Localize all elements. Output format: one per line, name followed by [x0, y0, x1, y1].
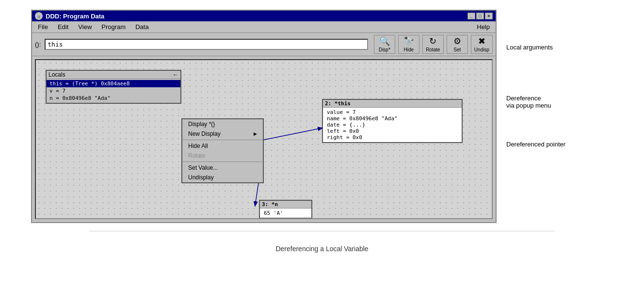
title-bar: ☼ DDD: Program Data _ □ ×: [32, 11, 496, 21]
disp-button[interactable]: 🔍 Disp*: [374, 35, 395, 54]
set-button[interactable]: ⚙ Set: [447, 35, 468, 54]
menu-file[interactable]: File: [34, 22, 52, 32]
toolbar-buttons: 🔍 Disp* 🔭 Hide ↻ Rotate ⚙ Set: [374, 35, 493, 54]
locals-title-text: Locals: [48, 71, 65, 78]
locals-row-0[interactable]: this = (Tree *) 0x804aee8: [47, 80, 180, 87]
rotate-button[interactable]: ↻ Rotate: [422, 35, 444, 54]
disp-label: Disp*: [379, 47, 390, 52]
annotations-panel: Local arguments Dereferencevia popup men…: [506, 10, 613, 204]
display-box-n-line-0: 65 'A': [264, 210, 307, 216]
disp-icon: 🔍: [379, 36, 390, 47]
page-caption: Dereferencing a Local Variable: [275, 245, 368, 253]
set-label: Set: [453, 47, 461, 52]
ctx-menu-item-display[interactable]: Display *(): [182, 119, 263, 129]
ctx-separator-2: [182, 161, 263, 162]
display-box-this-title: 2: *this: [323, 100, 462, 108]
locals-box: Locals ← this = (Tree *) 0x804aee8 v = 7…: [46, 70, 181, 104]
hide-label: Hide: [404, 47, 414, 52]
window-title: DDD: Program Data: [46, 13, 104, 20]
menu-program[interactable]: Program: [97, 22, 129, 32]
expr-input[interactable]: [45, 39, 368, 50]
ctx-menu-item-undisplay[interactable]: Undisplay: [182, 173, 263, 182]
toolbar: (): 🔍 Disp* 🔭 Hide ↻ Rotate: [32, 33, 496, 56]
ctx-separator-1: [182, 140, 263, 140]
locals-row-1[interactable]: v = 7: [47, 87, 180, 95]
display-box-this: 2: *this value = 7 name = 0x80496e8 "Ada…: [322, 99, 463, 143]
annotation-deref-pointer: Dereferenced pointer: [506, 141, 565, 148]
locals-arrow: ←: [173, 71, 178, 78]
set-icon: ⚙: [453, 36, 461, 47]
undisp-label: Undisp: [474, 47, 489, 52]
ctx-menu-item-hideall[interactable]: Hide All: [182, 141, 263, 151]
locals-row-2-text: n = 0x80496e8 "Ada": [49, 95, 111, 101]
locals-row-2[interactable]: n = 0x80496e8 "Ada": [47, 95, 180, 102]
main-window: ☼ DDD: Program Data _ □ × File Edit View…: [31, 10, 497, 223]
display-box-this-content: value = 7 name = 0x80496e8 "Ada" date = …: [323, 108, 462, 142]
display-box-n-content: 65 'A': [260, 209, 311, 218]
expr-label: ():: [35, 41, 41, 48]
title-bar-buttons: _ □ ×: [467, 13, 493, 19]
display-box-this-line-4: right = 0x0: [327, 134, 458, 141]
menu-data[interactable]: Data: [131, 22, 152, 32]
canvas-area[interactable]: Locals ← this = (Tree *) 0x804aee8 v = 7…: [35, 59, 493, 219]
menu-help[interactable]: Help: [473, 22, 494, 32]
locals-row-0-text: this = (Tree *) 0x804aee8: [49, 80, 130, 87]
display-box-this-line-3: left = 0x0: [327, 128, 458, 134]
ctx-menu-item-setvalue[interactable]: Set Value...: [182, 163, 263, 173]
close-button[interactable]: ×: [485, 13, 493, 19]
menu-bar: File Edit View Program Data Help: [32, 21, 496, 33]
menu-edit[interactable]: Edit: [54, 22, 72, 32]
hide-icon: 🔭: [403, 36, 414, 47]
display-box-this-line-0: value = 7: [327, 109, 458, 115]
locals-content: this = (Tree *) 0x804aee8 v = 7 n = 0x80…: [47, 79, 180, 103]
display-box-this-line-2: date = {...}: [327, 122, 458, 128]
display-box-this-line-1: name = 0x80496e8 "Ada": [327, 115, 458, 122]
menu-view[interactable]: View: [74, 22, 96, 32]
maximize-button[interactable]: □: [476, 13, 484, 19]
minimize-button[interactable]: _: [467, 13, 475, 19]
display-box-n: 3: *n 65 'A': [259, 200, 312, 219]
locals-row-1-text: v = 7: [49, 88, 65, 94]
locals-title: Locals ←: [47, 71, 180, 79]
display-box-n-title: 3: *n: [260, 201, 311, 209]
undisp-button[interactable]: ✖ Undisp: [471, 35, 493, 54]
title-bar-left: ☼ DDD: Program Data: [35, 12, 104, 20]
annotation-dereference: Dereferencevia popup menu: [506, 95, 551, 109]
ctx-menu-item-newdisplay[interactable]: New Display: [182, 129, 263, 139]
separator-line: [89, 231, 555, 231]
annotation-local-args: Local arguments: [506, 44, 553, 51]
window-icon: ☼: [35, 12, 43, 20]
page-wrapper: ☼ DDD: Program Data _ □ × File Edit View…: [12, 10, 632, 253]
rotate-label: Rotate: [426, 47, 440, 52]
undisp-icon: ✖: [478, 36, 485, 47]
hide-button[interactable]: 🔭 Hide: [398, 35, 419, 54]
rotate-icon: ↻: [429, 36, 436, 47]
ctx-menu-item-rotate: Rotate: [182, 151, 263, 161]
svg-line-0: [262, 128, 322, 140]
context-menu: Display *() New Display Hide All Rotate …: [181, 118, 264, 183]
